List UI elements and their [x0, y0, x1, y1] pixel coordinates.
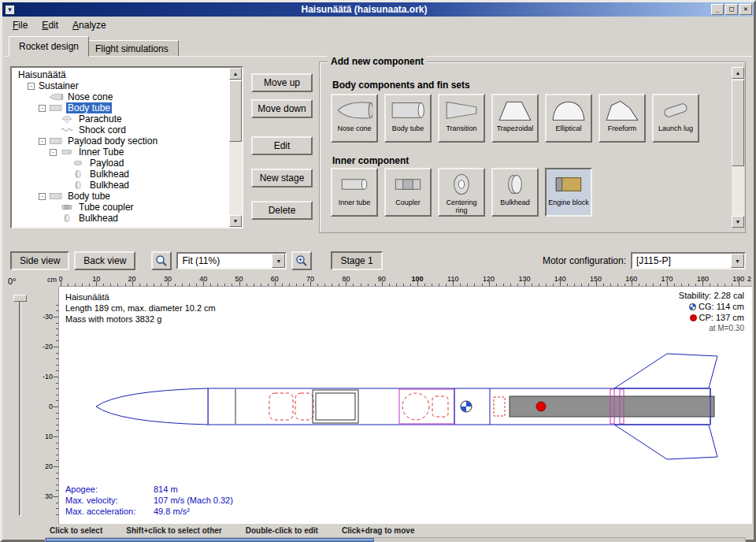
maximize-button[interactable]: □	[725, 4, 738, 15]
tree-scrollbar[interactable]: ▲ ▼	[229, 68, 242, 227]
ruler-unit-label: cm	[35, 274, 59, 287]
rocket-canvas[interactable]: Haisunäätä Length 189 cm, max. diameter …	[59, 287, 752, 524]
scrollbar-thumb[interactable]	[732, 80, 744, 166]
ruler-label: 2	[747, 275, 751, 283]
tree-item-haisun-t-[interactable]: Haisunäätä	[15, 69, 229, 80]
zoom-select[interactable]: Fit (11%) ▼	[176, 252, 287, 269]
ruler-tick	[646, 284, 647, 286]
add-elliptical-button[interactable]: Elliptical	[545, 94, 592, 143]
tree-item-payload-body-section[interactable]: -Payload body section	[15, 136, 229, 147]
tree-item-parachute[interactable]: Parachute	[15, 113, 229, 124]
move-up-button[interactable]: Move up	[251, 73, 313, 92]
menu-bar: FileEditAnalyze	[2, 17, 754, 34]
tree-item-bulkhead[interactable]: Bulkhead	[15, 169, 229, 180]
rotation-slider-track[interactable]	[19, 296, 21, 516]
ruler-tick	[396, 284, 397, 286]
edit-button[interactable]: Edit	[251, 136, 313, 155]
menu-analyze[interactable]: Analyze	[65, 17, 113, 33]
add-engine-block-button[interactable]: Engine block	[545, 168, 592, 217]
rotation-slider-thumb[interactable]	[13, 295, 27, 302]
tree-expander-icon[interactable]: -	[39, 193, 46, 200]
move-down-button[interactable]: Move down	[251, 99, 313, 118]
add-coupler-button[interactable]: Coupler	[384, 168, 432, 217]
ruler-tick	[103, 284, 104, 286]
scroll-up-icon[interactable]: ▲	[732, 67, 744, 79]
zoom-in-button[interactable]	[291, 251, 312, 270]
back-view-button[interactable]: Back view	[74, 251, 135, 270]
zoom-out-button[interactable]	[151, 251, 172, 270]
horizontal-scrollbar[interactable]	[45, 537, 746, 542]
tree-expander-icon[interactable]: -	[39, 105, 46, 112]
flight-stat-value: 814 m	[154, 484, 178, 494]
add-centering-ring-button[interactable]: Centering ring	[438, 168, 485, 217]
tree-item-nose-cone[interactable]: Nose cone	[15, 91, 229, 102]
tab-rocket-design[interactable]: Rocket design	[9, 36, 89, 57]
ruler-tick	[54, 496, 58, 497]
status-hint: Click to select	[50, 526, 102, 535]
add-launch-lug-button[interactable]: Launch lug	[652, 94, 699, 143]
add-freeform-button[interactable]: Freeform	[598, 94, 646, 143]
fin-outline-bottom[interactable]	[614, 425, 717, 459]
scrollbar-thumb[interactable]	[46, 538, 374, 542]
chevron-down-icon[interactable]: ▼	[272, 254, 285, 268]
tree-item-payload[interactable]: Payload	[15, 158, 229, 169]
tree-item-sustainer[interactable]: -Sustainer	[15, 80, 229, 91]
centeringring-icon	[443, 172, 480, 197]
add-trapezoidal-button[interactable]: Trapezoidal	[491, 94, 539, 143]
flight-stat-label: Apogee:	[65, 484, 154, 495]
add-body-tube-button[interactable]: Body tube	[384, 94, 432, 143]
minimize-button[interactable]: _	[711, 4, 724, 15]
ruler-label: 150	[590, 275, 602, 283]
ruler-tick	[117, 284, 118, 286]
tree-item-shock-cord[interactable]: Shock cord	[15, 124, 229, 136]
add-inner-tube-button[interactable]: Inner tube	[331, 168, 378, 217]
tab-flight-simulations[interactable]: Flight simulations	[85, 40, 179, 57]
close-button[interactable]: ✕	[739, 4, 752, 15]
ruler-label: 10	[92, 275, 100, 283]
motor-config-select[interactable]: [J115-P] ▼	[631, 252, 746, 269]
tree-item-body-tube[interactable]: -Body tube	[15, 191, 229, 202]
fin-outline-top[interactable]	[614, 354, 717, 388]
scroll-up-icon[interactable]: ▲	[229, 68, 242, 80]
tree-item-bulkhead[interactable]: Bulkhead	[15, 180, 229, 191]
tree-item-body-tube[interactable]: -Body tube	[15, 102, 229, 113]
ruler-tick	[610, 284, 611, 286]
rocket-name: Haisunäätä	[65, 291, 216, 303]
tree-expander-icon[interactable]: -	[39, 138, 46, 145]
add-bulkhead-button[interactable]: Bulkhead	[491, 168, 539, 217]
scrollbar-thumb[interactable]	[229, 80, 242, 142]
motor-config-label: Motor configuration:	[543, 255, 626, 266]
add-nose-cone-button[interactable]: Nose cone	[331, 94, 378, 143]
nose-cone-outline[interactable]	[96, 388, 208, 425]
chevron-down-icon[interactable]: ▼	[731, 254, 744, 268]
status-hint: Click+drag to move	[342, 526, 415, 535]
add-transition-button[interactable]: Transition	[438, 94, 485, 143]
tree-item-inner-tube[interactable]: -Inner Tube	[15, 147, 229, 158]
menu-file[interactable]: File	[6, 17, 35, 33]
scroll-down-icon[interactable]: ▼	[732, 216, 744, 228]
tree-item-bulkhead[interactable]: Bulkhead	[15, 213, 229, 224]
new-stage-button[interactable]: New stage	[251, 169, 313, 187]
ruler-tick	[56, 473, 58, 473]
elliptical-icon	[550, 98, 587, 123]
stage-1-toggle[interactable]: Stage 1	[331, 251, 382, 270]
scroll-down-icon[interactable]: ▼	[229, 215, 242, 227]
tree-item-tube-coupler[interactable]: Tube coupler	[15, 202, 229, 213]
component-button-label: Bulkhead	[500, 199, 530, 206]
cg-label: CG:	[699, 302, 714, 311]
ruler-tick	[56, 455, 58, 455]
tree-expander-icon[interactable]: -	[50, 149, 57, 156]
ruler-label: 180	[697, 275, 709, 283]
ruler-label: 40	[199, 275, 207, 283]
ruler-tick	[254, 284, 254, 286]
ruler-tick	[125, 284, 126, 286]
ruler-tick	[146, 284, 147, 286]
tree-expander-icon[interactable]: -	[28, 83, 35, 90]
body-components-row: Nose coneBody tubeTransitionTrapezoidalE…	[331, 94, 699, 143]
delete-button[interactable]: Delete	[251, 201, 313, 220]
ruler-tick	[182, 284, 183, 286]
side-view-button[interactable]: Side view	[10, 251, 69, 270]
addpanel-scrollbar[interactable]: ▲ ▼	[732, 67, 744, 228]
panel-title: Add new component	[328, 56, 427, 67]
menu-edit[interactable]: Edit	[35, 17, 65, 33]
